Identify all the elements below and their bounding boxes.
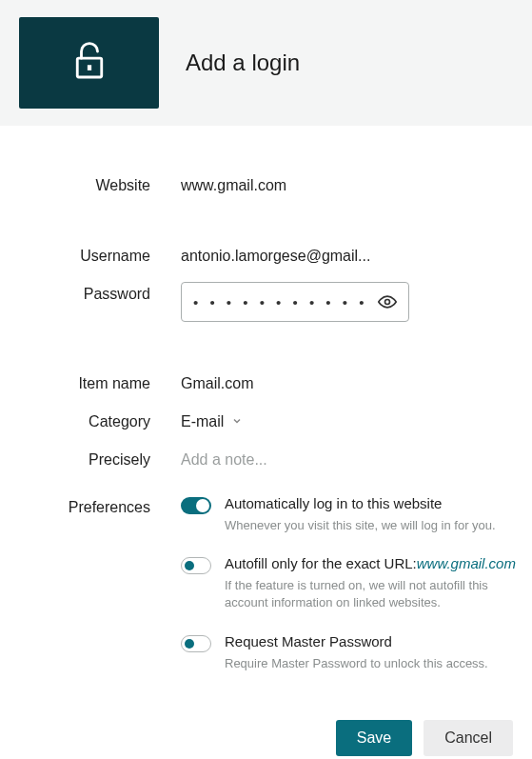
pref-autofill-desc: If the feature is turned on, we will not… — [225, 577, 532, 611]
password-masked: • • • • • • • • • • • — [193, 294, 378, 310]
chevron-down-icon — [231, 413, 243, 430]
category-label: Category — [0, 409, 181, 430]
pref-auto-login-desc: Whenever you visit this site, we will lo… — [225, 517, 532, 534]
cancel-button[interactable]: Cancel — [424, 720, 513, 756]
precisely-input[interactable]: Add a note... — [181, 448, 267, 469]
pref-master-desc: Require Master Password to unlock this a… — [225, 655, 532, 672]
username-value[interactable]: antonio.lamorgese@gmail... — [181, 244, 370, 265]
item-name-label: Item name — [0, 371, 181, 392]
login-form: Website www.gmail.com Username antonio.l… — [0, 126, 532, 756]
reveal-password-icon[interactable] — [378, 292, 397, 311]
pref-auto-login-title: Automatically log in to this website — [225, 495, 532, 511]
lock-open-icon — [73, 42, 106, 84]
item-name-value[interactable]: Gmail.com — [181, 371, 253, 392]
website-value[interactable]: www.gmail.com — [181, 173, 286, 194]
password-input[interactable]: • • • • • • • • • • • — [181, 282, 409, 322]
username-label: Username — [0, 244, 181, 265]
toggle-auto-login[interactable] — [181, 497, 211, 514]
category-select[interactable]: E-mail — [181, 409, 243, 430]
button-bar: Save Cancel — [0, 712, 532, 756]
password-label: Password — [0, 282, 181, 303]
website-label: Website — [0, 173, 181, 194]
toggle-master-password[interactable] — [181, 635, 211, 652]
svg-point-2 — [385, 300, 390, 305]
save-button[interactable]: Save — [336, 720, 412, 756]
svg-rect-1 — [87, 65, 90, 70]
category-value: E-mail — [181, 413, 224, 430]
dialog-header: Add a login — [0, 0, 532, 126]
toggle-autofill-exact[interactable] — [181, 557, 211, 574]
login-icon-tile — [19, 17, 159, 109]
dialog-title: Add a login — [186, 50, 300, 76]
preferences-label: Preferences — [0, 495, 181, 516]
pref-master-title: Request Master Password — [225, 633, 532, 649]
precisely-label: Precisely — [0, 448, 181, 469]
pref-autofill-title: Autofill only for the exact URL:www.gmai… — [225, 555, 532, 571]
